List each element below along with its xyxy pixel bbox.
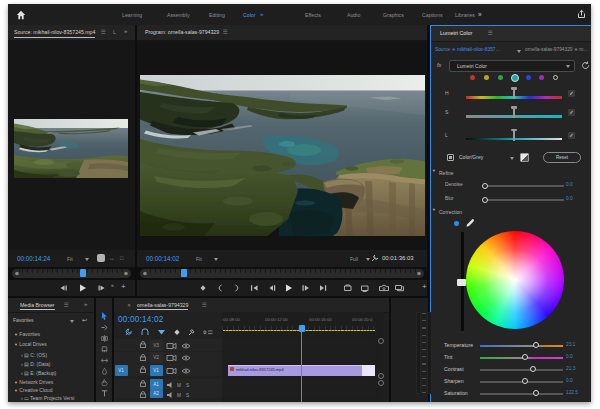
svg-text:S: S [186,383,189,388]
svg-text:M: M [177,383,181,388]
svg-text:M: M [177,393,181,398]
svg-text:S: S [186,393,189,398]
